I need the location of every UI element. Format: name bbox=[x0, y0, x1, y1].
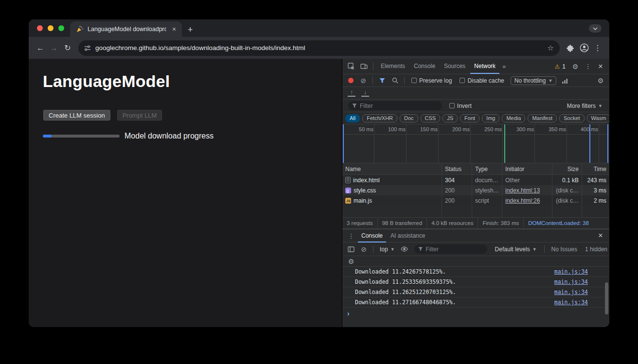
network-filter-box[interactable] bbox=[348, 101, 442, 110]
network-filter-input[interactable] bbox=[360, 103, 438, 109]
devtools-menu-dots-icon[interactable]: ⋮ bbox=[582, 61, 594, 72]
network-filter-chip[interactable]: Font bbox=[460, 114, 479, 122]
back-button[interactable]: ← bbox=[34, 41, 47, 55]
drawer-tab-ai-assistance[interactable]: AI assistance bbox=[387, 229, 428, 243]
drawer-menu-dots-icon[interactable]: ⋮ bbox=[345, 230, 357, 241]
network-filter-chip[interactable]: All bbox=[345, 114, 360, 122]
live-expression-eye-icon[interactable] bbox=[399, 244, 410, 255]
network-request-row[interactable]: index.html 304 docum… Other 0.1 kB 243 m… bbox=[342, 175, 609, 185]
console-settings-gear-icon[interactable]: ⚙ bbox=[345, 256, 357, 267]
devtools-tab-sources[interactable]: Sources bbox=[440, 59, 469, 74]
profile-avatar[interactable] bbox=[577, 41, 591, 55]
drawer-close-icon[interactable]: × bbox=[595, 230, 606, 241]
network-filter-toggle-icon[interactable] bbox=[376, 75, 388, 86]
column-header-status[interactable]: Status bbox=[442, 163, 472, 174]
prompt-llm-button[interactable]: Prompt LLM bbox=[117, 110, 162, 121]
inspect-element-icon[interactable] bbox=[345, 61, 357, 72]
column-header-initiator[interactable]: Initiator bbox=[502, 163, 552, 174]
devtools-settings-gear-icon[interactable]: ⚙ bbox=[569, 61, 581, 72]
network-filter-chip[interactable]: JS bbox=[443, 114, 458, 122]
network-filter-chip[interactable]: Doc bbox=[400, 114, 418, 122]
network-filter-chip[interactable]: CSS bbox=[421, 114, 441, 122]
minimize-window-button[interactable] bbox=[48, 25, 53, 31]
initiator-link[interactable]: index.html:13 bbox=[505, 187, 540, 194]
column-header-type[interactable]: Type bbox=[472, 163, 502, 174]
network-request-row[interactable]: {} style.css 200 stylesh… index.html:13 … bbox=[342, 185, 609, 195]
network-conditions-icon[interactable] bbox=[559, 75, 571, 86]
tab-close-icon[interactable]: × bbox=[170, 25, 178, 33]
request-type: docum… bbox=[472, 175, 502, 185]
throttling-select[interactable]: No throttling ▼ bbox=[511, 76, 557, 85]
error-badge-count[interactable]: 1 bbox=[562, 63, 566, 70]
console-message-text: Downloaded 11.26251220703125%. bbox=[355, 289, 554, 295]
network-settings-gear-icon[interactable]: ⚙ bbox=[595, 75, 606, 86]
timeline-tick-label: 300 ms bbox=[505, 126, 534, 132]
drawer-tab-console[interactable]: Console bbox=[358, 229, 386, 243]
console-prompt[interactable]: › bbox=[342, 308, 609, 319]
network-filter-chip[interactable]: Img bbox=[482, 114, 499, 122]
preserve-log-checkbox[interactable]: Preserve log bbox=[411, 77, 452, 84]
record-network-log-button[interactable] bbox=[348, 78, 354, 83]
network-search-icon[interactable] bbox=[389, 75, 401, 86]
network-filter-chip[interactable]: Media bbox=[502, 114, 525, 122]
console-sidebar-icon[interactable] bbox=[345, 244, 357, 255]
tab-strip: LanguageModel downloadpro × + bbox=[29, 19, 609, 37]
initiator-link[interactable]: index.html:26 bbox=[505, 197, 540, 204]
console-source-link[interactable]: main.js:34 bbox=[554, 268, 588, 275]
network-table-header[interactable]: Name Status Type Initiator Size Time bbox=[342, 163, 609, 175]
column-header-size[interactable]: Size bbox=[552, 163, 582, 174]
checkbox-box[interactable] bbox=[449, 103, 455, 108]
clear-network-log-icon[interactable]: ⊘ bbox=[357, 75, 369, 86]
reload-button[interactable]: ↻ bbox=[61, 41, 74, 55]
browser-menu-dots-icon[interactable]: ⋮ bbox=[591, 41, 604, 55]
bookmark-star-icon[interactable]: ☆ bbox=[548, 44, 554, 52]
log-levels-select[interactable]: Default levels ▼ bbox=[495, 246, 537, 253]
forward-button[interactable]: → bbox=[47, 41, 61, 55]
checkbox-box[interactable] bbox=[460, 78, 465, 83]
network-filter-chip[interactable]: Manifest bbox=[528, 114, 557, 122]
devtools-close-icon[interactable]: × bbox=[595, 61, 606, 72]
issues-counter[interactable]: No Issues bbox=[551, 246, 577, 253]
console-scrollbar-thumb[interactable] bbox=[605, 282, 608, 314]
devtools-tab-console[interactable]: Console bbox=[410, 59, 439, 74]
console-source-link[interactable]: main.js:34 bbox=[554, 299, 588, 306]
tab-search-button[interactable] bbox=[589, 24, 602, 33]
console-filter-input[interactable] bbox=[425, 246, 483, 253]
invert-filter-checkbox[interactable]: Invert bbox=[449, 103, 472, 109]
export-har-icon[interactable]: ↓ bbox=[361, 89, 369, 97]
dom-content-loaded-summary: DOMContentLoaded: 38 bbox=[524, 218, 593, 229]
new-tab-button[interactable]: + bbox=[188, 25, 193, 34]
create-llm-session-button[interactable]: Create LLM session bbox=[43, 110, 110, 121]
console-filter-box[interactable] bbox=[414, 244, 487, 254]
network-filter-chip[interactable]: Socket bbox=[559, 114, 585, 122]
site-settings-icon[interactable] bbox=[84, 45, 91, 52]
network-summary-item: 98 B transferred bbox=[378, 218, 427, 229]
clear-console-icon[interactable]: ⊘ bbox=[358, 244, 370, 255]
warning-triangle-icon[interactable]: ⚠ bbox=[555, 63, 560, 70]
console-source-link[interactable]: main.js:34 bbox=[554, 278, 588, 285]
devtools-tab-network[interactable]: Network bbox=[470, 59, 499, 74]
network-overview-timeline[interactable]: 50 ms 100 ms 150 ms 200 ms 250 ms 300 ms… bbox=[342, 124, 609, 163]
more-tabs-icon[interactable]: » bbox=[500, 63, 508, 70]
extensions-puzzle-icon[interactable] bbox=[564, 41, 577, 55]
device-toolbar-icon[interactable] bbox=[358, 61, 370, 72]
download-progress-bar bbox=[43, 135, 120, 138]
devtools-tab-elements[interactable]: Elements bbox=[377, 59, 409, 74]
network-filter-chip[interactable]: Fetch/XHR bbox=[362, 114, 397, 122]
column-header-name[interactable]: Name bbox=[342, 163, 442, 174]
execution-context-select[interactable]: top ▼ bbox=[380, 246, 395, 253]
address-bar[interactable]: googlechrome.github.io/samples/downloadi… bbox=[78, 40, 560, 56]
more-filters-button[interactable]: More filters ▼ bbox=[567, 103, 603, 109]
fullscreen-window-button[interactable] bbox=[58, 25, 64, 31]
hidden-messages-count[interactable]: 1 hidden bbox=[585, 246, 607, 253]
import-har-icon[interactable]: ↑ bbox=[348, 89, 355, 97]
column-header-time[interactable]: Time bbox=[582, 163, 609, 174]
timeline-tick-label: 250 ms bbox=[473, 126, 502, 132]
console-source-link[interactable]: main.js:34 bbox=[554, 289, 588, 295]
checkbox-box[interactable] bbox=[411, 78, 417, 83]
network-filter-chip[interactable]: Wasm bbox=[587, 114, 609, 122]
network-request-row[interactable]: JS main.js 200 script index.html:26 (dis… bbox=[342, 195, 609, 206]
browser-tab[interactable]: LanguageModel downloadpro × bbox=[70, 21, 182, 37]
disable-cache-checkbox[interactable]: Disable cache bbox=[460, 77, 504, 84]
close-window-button[interactable] bbox=[37, 25, 43, 31]
